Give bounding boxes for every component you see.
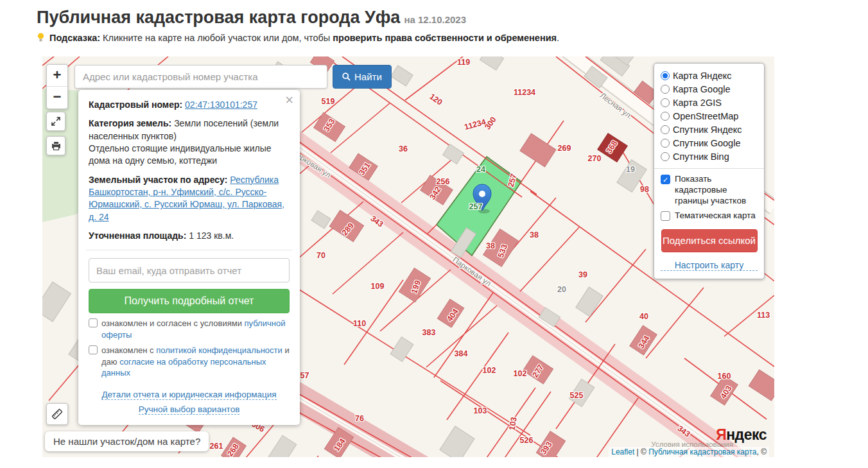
measure-button[interactable] bbox=[46, 403, 68, 425]
radio-icon[interactable] bbox=[661, 71, 670, 80]
base-layer-options: Карта ЯндексКарта GoogleКарта 2GISOpenSt… bbox=[661, 69, 758, 163]
parcel-label: 76 bbox=[355, 414, 364, 423]
share-link-button[interactable]: Поделиться ссылкой bbox=[661, 229, 758, 252]
hint-text: Кликните на карте на любой участок или д… bbox=[100, 33, 333, 43]
zoom-control: + − bbox=[46, 64, 68, 109]
radio-icon[interactable] bbox=[661, 85, 670, 94]
parcel-label: 269 bbox=[558, 144, 571, 153]
map-settings-link[interactable]: Настроить карту bbox=[661, 260, 758, 271]
parcel-label: 36 bbox=[399, 144, 408, 153]
leaflet-link[interactable]: Leaflet bbox=[611, 447, 634, 456]
address-row: Земельный участок по адресу: Республика … bbox=[89, 174, 290, 223]
layer-option-1[interactable]: Карта Google bbox=[661, 83, 758, 96]
parcel-label: 109 bbox=[371, 282, 385, 291]
layer-option-2[interactable]: Карта 2GIS bbox=[661, 96, 758, 109]
search-input[interactable] bbox=[74, 65, 327, 89]
privacy-link[interactable]: политикой конфиденциальности bbox=[156, 345, 282, 355]
page-title-text: Публичная кадастровая карта города Уфа bbox=[37, 8, 400, 27]
parcel-label: 39 bbox=[578, 270, 587, 279]
cadastral-number-row: Кадастровый номер: 02:47:130101:257 bbox=[89, 99, 290, 111]
parcel-label: 70 bbox=[317, 251, 326, 260]
search-button[interactable]: Найти bbox=[333, 65, 392, 89]
parcel-label: 257 bbox=[469, 202, 483, 211]
offer-checkbox[interactable] bbox=[89, 318, 98, 327]
parcel-label: 110 bbox=[353, 319, 366, 328]
parcel-info-popup: × Кадастровый номер: 02:47:130101:257 Ка… bbox=[78, 90, 300, 425]
parcel-label: 519 bbox=[322, 97, 335, 106]
parcel-label: 11234 bbox=[514, 88, 535, 97]
email-field[interactable] bbox=[89, 258, 290, 282]
pkk-link[interactable]: Публичная кадастровая карта bbox=[648, 447, 756, 456]
map-attribution: Leaflet | © Публичная кадастровая карта,… bbox=[609, 447, 769, 457]
parcel-label: 102 bbox=[483, 366, 496, 375]
layer-option-0[interactable]: Карта Яндекс bbox=[661, 69, 758, 82]
area-row: Уточненная площадь: 1 123 кв.м. bbox=[89, 230, 290, 242]
cadastral-number-link[interactable]: 02:47:130101:257 bbox=[185, 100, 257, 110]
get-report-button[interactable]: Получить подробный отчет bbox=[89, 289, 290, 313]
radio-icon[interactable] bbox=[661, 139, 670, 148]
parcel-label: 20 bbox=[557, 285, 566, 294]
hint-bold-text: проверить права собственности и обремене… bbox=[333, 33, 557, 43]
print-button[interactable] bbox=[46, 136, 65, 155]
parcel-label: 40 bbox=[639, 312, 648, 321]
radio-icon[interactable] bbox=[661, 152, 670, 161]
parcel-label: 98 bbox=[640, 185, 649, 194]
privacy-agree-row: ознакомлен с политикой конфиденциальност… bbox=[89, 345, 290, 379]
checkbox-icon[interactable] bbox=[661, 175, 670, 184]
hint-line: Подсказка: Кликните на карте на любой уч… bbox=[37, 33, 559, 44]
map-container[interactable]: 1191201123451935336112343002692703681998… bbox=[42, 56, 774, 457]
expand-icon bbox=[51, 116, 61, 126]
parcel-label: 19 bbox=[626, 165, 635, 174]
parcel-label: 270 bbox=[588, 154, 602, 163]
report-details-link[interactable]: Детали отчета и юридическая информация bbox=[101, 390, 276, 400]
radio-icon[interactable] bbox=[661, 98, 670, 107]
parcel-label: 383 bbox=[422, 328, 436, 337]
layer-option-3[interactable]: OpenStreetMap bbox=[661, 110, 758, 123]
layers-panel: Карта ЯндексКарта GoogleКарта 2GISOpenSt… bbox=[654, 63, 765, 279]
checkbox-icon[interactable] bbox=[661, 211, 670, 221]
page-title-date: на 12.10.2023 bbox=[404, 14, 466, 25]
zoom-out-button[interactable]: − bbox=[47, 87, 67, 108]
hint-label: Подсказка: bbox=[49, 33, 100, 43]
fullscreen-button[interactable] bbox=[46, 112, 65, 131]
lightbulb-icon bbox=[37, 33, 44, 44]
not-found-button[interactable]: Не нашли участок/дом на карте? bbox=[45, 431, 209, 451]
search-icon bbox=[342, 73, 351, 81]
parcel-label: 261 bbox=[210, 442, 223, 451]
parcel-label: 160 bbox=[718, 372, 731, 381]
privacy-checkbox[interactable] bbox=[89, 345, 98, 354]
printer-icon bbox=[51, 141, 62, 151]
parcel-label: 102 bbox=[514, 369, 527, 378]
zoom-in-button[interactable]: + bbox=[47, 65, 67, 87]
overlay-options: Показать кадастровые границы участковТем… bbox=[661, 174, 758, 221]
layer-option-4[interactable]: Спутник Яндекс bbox=[661, 123, 758, 136]
land-category-row: Категория земель: Земли поселений (земли… bbox=[89, 117, 290, 167]
parcel-label: 525 bbox=[570, 391, 584, 400]
parcel-label: 103 bbox=[474, 406, 487, 415]
parcel-label: 38 bbox=[530, 230, 539, 239]
parcel-label: 384 bbox=[455, 349, 468, 358]
parcel-label: 38 bbox=[486, 241, 495, 250]
consent-link[interactable]: согласие на обработку персональных данны… bbox=[101, 357, 266, 378]
yandex-logo: Яндекс bbox=[716, 426, 767, 444]
layer-option-5[interactable]: Спутник Google bbox=[661, 137, 758, 150]
overlay-checkbox-1[interactable]: Тематическая карта bbox=[661, 211, 758, 221]
overlay-checkbox-0[interactable]: Показать кадастровые границы участков bbox=[661, 174, 758, 207]
radio-icon[interactable] bbox=[661, 125, 670, 134]
parcel-label: 526 bbox=[520, 436, 534, 445]
layer-option-6[interactable]: Спутник Bing bbox=[661, 150, 758, 163]
parcel-label: 113 bbox=[757, 311, 770, 320]
manual-select-link[interactable]: Ручной выбор вариантов bbox=[139, 404, 240, 415]
close-icon[interactable]: × bbox=[285, 94, 293, 107]
parcel-label: 119 bbox=[457, 58, 470, 67]
page-title: Публичная кадастровая карта города Уфана… bbox=[37, 8, 466, 28]
radio-icon[interactable] bbox=[661, 112, 670, 121]
parcel-label: 24 bbox=[476, 165, 485, 174]
offer-agree-row: ознакомлен и согласен с условиями публич… bbox=[89, 318, 290, 340]
ruler-icon bbox=[51, 408, 64, 420]
parcel-label: 256 bbox=[437, 177, 450, 186]
